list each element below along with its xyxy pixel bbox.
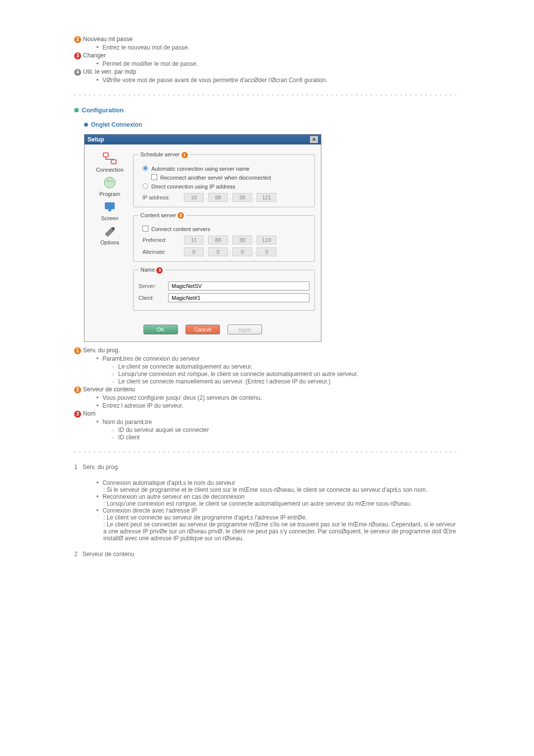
sidebar-item-options[interactable]: Options	[100, 224, 119, 245]
cancel-button[interactable]: Cancel	[185, 325, 220, 334]
ok-button[interactable]: OK	[143, 325, 178, 334]
number-badge: 1	[74, 347, 81, 354]
radio-icon	[142, 183, 148, 190]
checkbox-reconnect[interactable]: Reconnect another server when disconnect…	[151, 174, 310, 181]
svg-rect-1	[111, 160, 116, 164]
screen-icon	[102, 200, 118, 214]
number-badge: 3	[74, 411, 81, 418]
divider	[74, 94, 460, 95]
content-legend: Content server 2	[138, 212, 186, 219]
sub-bullet-text: Le client se connecte automatiquement au…	[111, 363, 460, 370]
alternate-ip-input[interactable]: 0. 0. 0. 0	[184, 247, 276, 256]
continuation-text: : Si le serveur de programme et le clien…	[103, 486, 460, 493]
dialog-titlebar: Setup ×	[85, 135, 321, 144]
sidebar-item-label: Options	[100, 239, 119, 245]
connection-icon	[102, 151, 118, 165]
preferred-row: Preferred: 11. 88. 38. 118	[142, 236, 310, 244]
svg-point-5	[112, 227, 115, 230]
sidebar-item-label: Program	[99, 191, 120, 197]
dialog-title: Setup	[88, 136, 104, 143]
badge-1-icon: 1	[181, 152, 188, 158]
sidebar-item-label: Connection	[96, 167, 124, 173]
bullet-text: Connexion automatique d'aprŁs le nom du …	[96, 479, 460, 486]
divider	[74, 452, 460, 453]
continuation-text: : Lorsqu'une connexion est rompue, le cl…	[103, 500, 460, 507]
svg-point-2	[104, 177, 115, 188]
schedule-legend: Schedule server 1	[138, 151, 190, 158]
item-label: Serv. du prog.	[83, 347, 120, 354]
bullet-text: Nom du paramŁtre	[96, 419, 460, 425]
bullet-text: Entrez l adresse IP du serveur.	[96, 402, 460, 409]
server-name-row: Server:	[138, 282, 310, 290]
close-icon[interactable]: ×	[310, 136, 318, 143]
ip-address-input[interactable]: 10. 88. 38. 121	[184, 193, 276, 202]
options-icon	[102, 224, 118, 238]
item-label: Changer	[83, 52, 106, 59]
bullet-text: ParamŁtres de connexion du serveur	[96, 355, 460, 362]
name-group: Name 3 Server: Client:	[133, 267, 315, 311]
bullet-text: Permet de modifier le mot de passe.	[96, 60, 460, 67]
list-item: 1Serv. du prog.	[74, 347, 460, 354]
numbered-heading: 1 Serv. du prog.	[74, 464, 460, 471]
badge-3-icon: 3	[156, 267, 163, 274]
number-badge: 3	[74, 52, 81, 59]
badge-2-icon: 2	[178, 212, 184, 219]
list-item: 3Nom	[74, 410, 460, 418]
item-label: Nom	[83, 410, 95, 417]
svg-rect-3	[105, 202, 115, 209]
client-name-row: Client:	[138, 293, 310, 302]
sub-bullet-text: ID du serveur auquel se connecter	[111, 426, 460, 433]
radio-icon	[142, 165, 148, 172]
dialog-buttons: OK Cancel Apply	[85, 322, 321, 341]
setup-dialog: Setup × Connection Program Screen Option…	[84, 134, 321, 342]
apply-button[interactable]: Apply	[227, 325, 262, 334]
item-label: Nouveau mt passe	[83, 36, 133, 43]
number-badge: 4	[74, 69, 81, 76]
dialog-sidebar: Connection Program Screen Options	[90, 151, 129, 316]
radio-direct-connection[interactable]: Direct connection using IP address	[142, 183, 310, 190]
sub-bullet-text: ID client	[111, 434, 460, 441]
sub-bullet-text: Lorsqu'une connexion est rompue, le clie…	[111, 371, 460, 378]
client-name-input[interactable]	[168, 293, 310, 302]
sidebar-item-program[interactable]: Program	[99, 176, 120, 197]
ip-label: IP address:	[142, 194, 180, 200]
bullet-text: VØrifie votre mot de passe avant de vous…	[96, 77, 460, 84]
numbered-section: 1 Serv. du prog.Connexion automatique d'…	[74, 464, 460, 558]
alternate-row: Alternate: 0. 0. 0. 0	[142, 247, 310, 256]
continuation-text: : Le client peut se connecter au serveur…	[103, 521, 460, 542]
preferred-label: Preferred:	[142, 237, 180, 243]
svg-rect-0	[103, 153, 108, 157]
client-label: Client:	[138, 295, 163, 301]
svg-rect-8	[152, 174, 157, 180]
checkbox-icon	[151, 174, 157, 181]
schedule-server-group: Schedule server 1 Automatic connection u…	[133, 151, 315, 207]
section-title: Configuration	[74, 106, 460, 114]
number-badge: 2	[74, 386, 81, 393]
sidebar-item-screen[interactable]: Screen	[101, 200, 119, 221]
server-name-input[interactable]	[168, 282, 310, 290]
list-item: 3Changer	[74, 52, 460, 59]
radio-auto-connection[interactable]: Automatic connection using server name	[142, 165, 310, 172]
list-item: 2Serveur de contenu	[74, 386, 460, 393]
bullet-text: Vous pouvez configurer jusqu' deux (2) s…	[96, 394, 460, 401]
top-numbered-list: 2Nouveau mt passeEntrez le nouveau mot d…	[74, 36, 460, 84]
sidebar-item-label: Screen	[101, 215, 119, 221]
name-legend: Name 3	[138, 267, 165, 274]
preferred-ip-input[interactable]: 11. 88. 38. 118	[184, 236, 276, 244]
bullet-text: Entrez le nouveau mot de passe.	[96, 44, 460, 51]
below-numbered-list: 1Serv. du prog.ParamŁtres de connexion d…	[74, 347, 460, 441]
program-icon	[102, 176, 118, 189]
item-label: Util. le verr. par mdp	[83, 68, 136, 75]
item-label: Serveur de contenu	[83, 386, 135, 393]
server-label: Server:	[138, 283, 163, 289]
svg-rect-10	[143, 226, 148, 232]
sub-bullet-text: Le client se connecte manuellement au se…	[111, 378, 460, 385]
sidebar-item-connection[interactable]: Connection	[96, 151, 124, 173]
continuation-text: : Le client se connecte au serveur de pr…	[103, 514, 460, 521]
svg-rect-4	[108, 209, 111, 211]
alternate-label: Alternate:	[142, 249, 180, 255]
checkbox-connect-content[interactable]: Connect content servers	[142, 226, 310, 233]
svg-point-9	[143, 184, 148, 189]
content-server-group: Content server 2 Connect content servers…	[133, 212, 315, 262]
bullet-text: Reconnexion un autre serveur en cas de d…	[96, 493, 460, 500]
